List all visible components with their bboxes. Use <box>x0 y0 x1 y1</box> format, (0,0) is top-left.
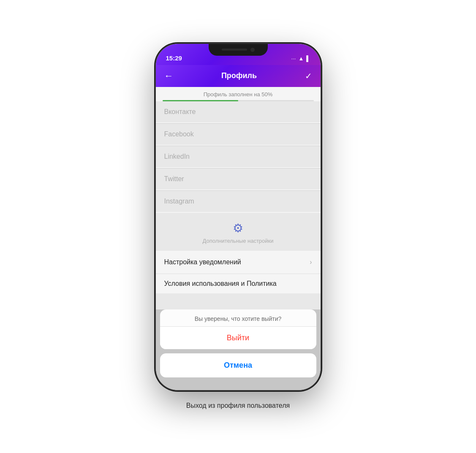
notch <box>209 44 268 56</box>
twitter-input[interactable] <box>164 175 312 183</box>
page-caption: Выход из профиля пользователя <box>186 402 290 410</box>
notifications-settings-item[interactable]: Настройка уведомлений › <box>156 251 321 274</box>
status-bar: 15:29 ··· ▲ ▌ <box>156 44 321 65</box>
notch-speaker <box>222 49 247 51</box>
back-button[interactable]: ← <box>164 71 174 81</box>
field-twitter[interactable] <box>156 168 321 190</box>
additional-settings-section: ⚙ Дополнительные настройки <box>156 213 321 251</box>
notch-camera <box>250 48 255 52</box>
instagram-input[interactable] <box>164 198 312 205</box>
vkontakte-input[interactable] <box>164 108 312 116</box>
notifications-chevron-icon: › <box>310 258 312 266</box>
facebook-input[interactable] <box>164 130 312 138</box>
profile-content: Профиль заполнен на 50% <box>156 87 321 390</box>
status-icons: ··· ▲ ▌ <box>291 55 310 62</box>
progress-label: Профиль заполнен на 50% <box>163 91 314 98</box>
phone-frame: 15:29 ··· ▲ ▌ ← Профиль ✓ Профиль заполн… <box>156 44 321 390</box>
app-header: ← Профиль ✓ <box>156 65 321 87</box>
phone-screen: 15:29 ··· ▲ ▌ ← Профиль ✓ Профиль заполн… <box>156 44 321 390</box>
signal-icon: ··· <box>291 55 296 62</box>
dialog-overlay: Вы уверены, что хотите выйти? Выйти Отме… <box>156 309 321 390</box>
battery-icon: ▌ <box>306 55 310 62</box>
notifications-label: Настройка уведомлений <box>164 258 241 266</box>
page-title: Профиль <box>221 71 257 80</box>
cancel-button[interactable]: Отмена <box>160 353 316 377</box>
phone-wrapper: 15:29 ··· ▲ ▌ ← Профиль ✓ Профиль заполн… <box>156 44 321 410</box>
dialog-message: Вы уверены, что хотите выйти? <box>160 309 316 327</box>
field-vkontakte[interactable] <box>156 101 321 122</box>
gear-icon: ⚙ <box>233 221 243 235</box>
field-instagram[interactable] <box>156 191 321 212</box>
settings-list: Настройка уведомлений › Условия использо… <box>156 251 321 293</box>
confirm-dialog: Вы уверены, что хотите выйти? Выйти <box>160 309 316 349</box>
social-fields <box>156 101 321 213</box>
terms-label: Условия использования и Политика <box>164 280 277 288</box>
wifi-icon: ▲ <box>298 55 304 62</box>
cancel-dialog-card: Отмена <box>160 353 316 377</box>
additional-settings-label: Дополнительные настройки <box>202 238 273 244</box>
field-facebook[interactable] <box>156 124 321 145</box>
progress-section: Профиль заполнен на 50% <box>156 87 321 101</box>
terms-settings-item[interactable]: Условия использования и Политика <box>156 274 321 293</box>
check-button[interactable]: ✓ <box>305 71 312 81</box>
linkedin-input[interactable] <box>164 153 312 160</box>
confirm-logout-button[interactable]: Выйти <box>160 327 316 349</box>
field-linkedin[interactable] <box>156 146 321 167</box>
